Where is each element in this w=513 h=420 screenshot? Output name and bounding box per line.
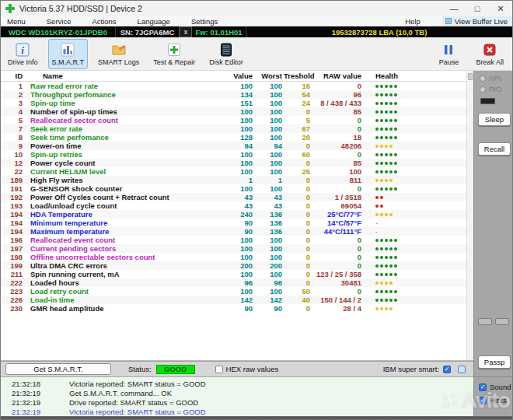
cell-raw-value: 0 xyxy=(312,287,363,296)
panel-mini-button-1[interactable] xyxy=(478,318,492,325)
ibm-super-smart-checkbox[interactable]: ✓ xyxy=(443,366,451,373)
health-dot xyxy=(385,162,388,165)
log-timestamp: 21:32:19 xyxy=(12,408,47,416)
drive-firmware: Fw: 01.01H01 xyxy=(192,26,246,37)
menu-item-actions[interactable]: Actions xyxy=(92,17,116,26)
toolbar-test-repair-button[interactable]: Test & Repair xyxy=(149,39,199,69)
health-dot xyxy=(375,162,379,165)
menu-item-service[interactable]: Service xyxy=(47,17,72,26)
close-button[interactable]: ✕ xyxy=(489,1,512,16)
log-timestamp: 21:32:19 xyxy=(12,398,47,408)
api-radio-row[interactable]: API xyxy=(480,74,501,82)
menu-item-settings[interactable]: Settings xyxy=(191,17,218,26)
table-row[interactable]: 192Power Off Cycles count + Retract coun… xyxy=(1,193,473,201)
table-row[interactable]: 197Current pending sectors10010000 xyxy=(1,244,473,253)
table-row[interactable]: 3Spin-up time151100248 / 438 / 433 xyxy=(1,99,473,107)
table-row[interactable]: 22Current HELIUM level10010025100 xyxy=(1,167,473,176)
panel-mini-button-2[interactable] xyxy=(495,318,509,325)
toolbar-drive-info-label: Drive Info xyxy=(8,58,38,66)
table-row[interactable]: 10Spin-up retries100100600 xyxy=(1,150,473,159)
table-row[interactable]: 193Load/unload cycle count4343069054 xyxy=(1,201,473,210)
hints-checkbox[interactable]: ✓ xyxy=(479,397,487,404)
hex-raw-values-checkbox[interactable] xyxy=(215,366,223,373)
table-row[interactable]: 2Throughput perfomance1341005496 xyxy=(1,90,473,99)
ibm-super-smart-checkbox-2[interactable] xyxy=(458,366,466,373)
table-row[interactable]: 223Load retry count100100500 xyxy=(1,287,473,296)
cell-worst: 100 xyxy=(254,253,284,261)
minimize-button[interactable]: — xyxy=(442,1,466,16)
table-row[interactable]: 226Load-in time14214240150 / 144 / 2 xyxy=(1,296,473,304)
sleep-button[interactable]: Sleep xyxy=(478,113,511,126)
table-row[interactable]: 211Spin running current, mA1001000123 / … xyxy=(1,270,473,278)
passp-button[interactable]: Passp xyxy=(478,355,511,369)
cell-health xyxy=(363,162,473,165)
table-row[interactable]: 194Minimum temperature90136014°C/57°F- xyxy=(1,219,473,227)
cell-name: Ultra DMA CRC errors xyxy=(27,261,214,270)
break-all-button[interactable]: Break All xyxy=(472,39,508,69)
column-header-name[interactable]: Name xyxy=(27,72,214,80)
menu-item-menu[interactable]: Menu xyxy=(7,17,26,26)
pause-button[interactable]: Pause xyxy=(431,39,466,69)
recall-button[interactable]: Recall xyxy=(478,142,511,156)
menu-item-language[interactable]: Language xyxy=(138,17,170,26)
table-row[interactable]: 199Ultra DMA CRC errors20020000 xyxy=(1,261,473,270)
menu-item-help[interactable]: Help xyxy=(405,17,421,26)
health-dot xyxy=(389,299,393,302)
toolbar-disk-editor-button[interactable]: Disk Editor xyxy=(205,39,247,69)
table-row[interactable]: 9Power-on time9494048206 xyxy=(1,142,473,150)
health-dot xyxy=(385,256,388,259)
toolbar-drive-info-button[interactable]: iDrive Info xyxy=(4,39,42,69)
cell-worst: 100 xyxy=(254,184,284,193)
column-header-health[interactable]: Health xyxy=(363,72,473,80)
table-scrollbar[interactable] xyxy=(466,71,473,360)
table-row[interactable]: 230GMR head amplitude9090028 / 4 xyxy=(1,304,473,313)
table-row[interactable]: 1Raw read error rate100100160 xyxy=(1,82,473,90)
cell-raw-value: 0 xyxy=(312,184,363,193)
table-row[interactable]: 4Number of spin-up times100100085 xyxy=(1,107,473,116)
toolbar-s-m-a-r-t-button[interactable]: S.M.A.R.T xyxy=(48,39,89,69)
window-bottom-edge xyxy=(1,416,512,420)
table-row[interactable]: 12Power cycle count100100085 xyxy=(1,159,473,167)
cell-name: Load/unload cycle count xyxy=(27,201,214,210)
cell-name: Offline uncorrectable sectors count xyxy=(27,253,214,261)
table-row[interactable]: 198Offline uncorrectable sectors count10… xyxy=(1,253,473,261)
pio-radio-row[interactable]: PIO xyxy=(480,85,501,93)
column-header-id[interactable]: ID xyxy=(1,72,27,80)
view-buffer-live-button[interactable]: View Buffer Live xyxy=(442,16,512,26)
health-dot xyxy=(375,290,379,293)
column-header-raw-value[interactable]: RAW value xyxy=(312,72,363,80)
cell-value: 100 xyxy=(214,82,254,90)
cell-id: 22 xyxy=(1,167,27,176)
cell-treshold: 0 xyxy=(284,304,312,313)
maximize-button[interactable]: □ xyxy=(466,1,489,16)
table-row[interactable]: 194Maximum temperature90136044°C/111°F- xyxy=(1,227,473,236)
table-row[interactable]: 194HDA Temperature240136025°C/77°F xyxy=(1,210,473,219)
sound-checkbox[interactable]: ✓ xyxy=(479,383,487,391)
table-row[interactable]: 196Reallocated event count10010000 xyxy=(1,236,473,244)
column-header-worst[interactable]: Worst xyxy=(254,72,284,80)
table-row[interactable]: 5Reallocated sector count10010050 xyxy=(1,116,473,124)
drive-capacity: 19532873728 LBA (10,0 TB) xyxy=(246,26,512,37)
cell-id: 194 xyxy=(1,210,27,219)
hints-checkbox-row[interactable]: ✓ Hints xyxy=(479,396,507,404)
cell-health: - xyxy=(363,219,473,227)
get-smart-button[interactable]: Get S.M.A.R.T. xyxy=(5,363,111,375)
cell-health xyxy=(363,102,473,105)
column-header-treshold[interactable]: Treshold xyxy=(284,72,312,80)
sound-checkbox-row[interactable]: ✓ Sound xyxy=(479,383,511,391)
health-dot xyxy=(385,273,388,276)
cell-treshold: 0 xyxy=(284,278,312,287)
drive-close-button[interactable]: x xyxy=(180,26,192,37)
column-header-value[interactable]: Value xyxy=(214,72,254,80)
api-radio[interactable] xyxy=(480,75,486,82)
pio-radio[interactable] xyxy=(480,86,486,93)
cell-treshold: 0 xyxy=(284,236,312,244)
table-row[interactable]: 8Seek time perfomance1281002018 xyxy=(1,133,473,142)
scrollbar-thumb[interactable] xyxy=(468,73,473,80)
table-row[interactable]: 189High Fly writes110811 xyxy=(1,176,473,184)
table-row[interactable]: 7Seek error rate100100670 xyxy=(1,124,473,133)
cell-raw-value: 0 xyxy=(312,244,363,253)
table-row[interactable]: 222Loaded hours9696030481 xyxy=(1,278,473,287)
table-row[interactable]: 191G-SENSOR shock counter10010000 xyxy=(1,184,473,193)
toolbar-smart-logs-button[interactable]: SMART Logs xyxy=(94,39,143,69)
